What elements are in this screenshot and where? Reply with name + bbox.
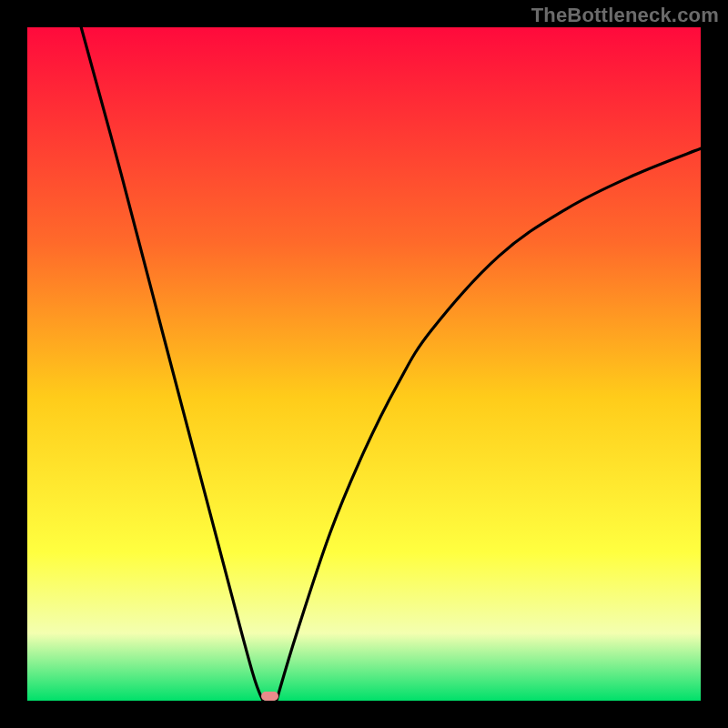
watermark-text: TheBottleneck.com <box>531 4 719 27</box>
chart-frame: TheBottleneck.com <box>0 0 728 728</box>
optimal-marker <box>261 692 278 701</box>
plot-area <box>27 27 701 701</box>
gradient-bg <box>27 27 701 701</box>
chart-svg <box>27 27 701 701</box>
